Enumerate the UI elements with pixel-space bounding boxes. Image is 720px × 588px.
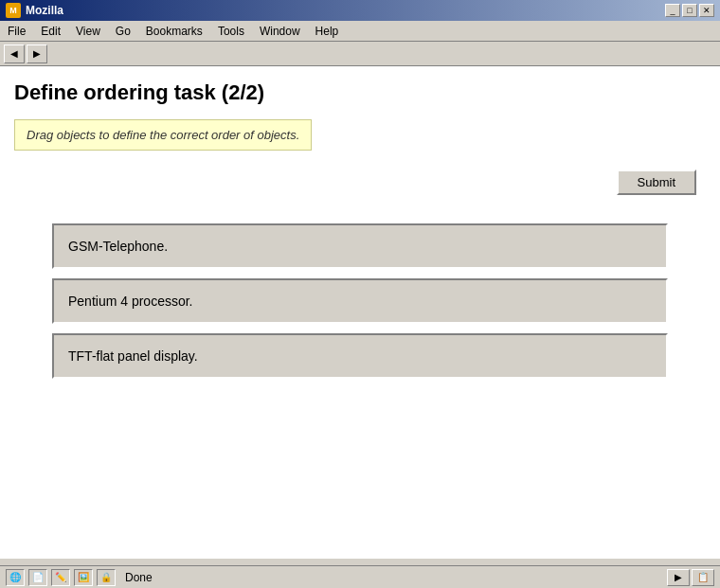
title-bar: M Mozilla _ □ ✕	[0, 0, 720, 21]
drag-item-1[interactable]: GSM-Telephone.	[52, 223, 668, 269]
menu-window[interactable]: Window	[252, 23, 308, 40]
title-bar-left: M Mozilla	[6, 3, 63, 18]
toolbar-forward-button[interactable]: ▶	[27, 45, 47, 63]
maximize-button[interactable]: □	[682, 4, 697, 17]
drag-item-2[interactable]: Pentium 4 processor.	[52, 278, 668, 324]
status-icon-5: 🔒	[97, 569, 116, 586]
menu-tools[interactable]: Tools	[210, 23, 252, 40]
drag-item-3[interactable]: TFT-flat panel display.	[52, 333, 668, 379]
window-controls: _ □ ✕	[665, 4, 714, 17]
submit-row: Submit	[14, 169, 706, 195]
drag-items-container: GSM-Telephone. Pentium 4 processor. TFT-…	[14, 214, 706, 388]
status-text: Done	[119, 571, 153, 584]
submit-button[interactable]: Submit	[617, 169, 696, 195]
status-left: 🌐 📄 ✏️ 🖼️ 🔒 Done	[6, 569, 153, 586]
status-right: ▶ 📋	[667, 569, 714, 586]
menu-bookmarks[interactable]: Bookmarks	[138, 23, 210, 40]
page-title: Define ordering task (2/2)	[14, 80, 706, 105]
menu-view[interactable]: View	[68, 23, 108, 40]
drag-item-1-label: GSM-Telephone.	[68, 239, 168, 254]
instruction-text: Drag objects to define the correct order…	[27, 128, 299, 142]
app-icon: M	[6, 3, 21, 18]
toolbar-back-button[interactable]: ◀	[4, 45, 25, 63]
drag-item-2-label: Pentium 4 processor.	[68, 294, 193, 309]
menu-edit[interactable]: Edit	[33, 23, 68, 40]
toolbar: ◀ ▶	[0, 42, 720, 66]
content-area: Define ordering task (2/2) Drag objects …	[0, 66, 720, 559]
menu-file[interactable]: File	[0, 23, 33, 40]
status-icon-2: 📄	[28, 569, 47, 586]
window-title: Mozilla	[26, 4, 63, 17]
menu-help[interactable]: Help	[308, 23, 347, 40]
status-right-btn-2[interactable]: 📋	[692, 569, 714, 586]
status-icon-1: 🌐	[6, 569, 25, 586]
status-icon-3: ✏️	[51, 569, 70, 586]
menu-go[interactable]: Go	[108, 23, 138, 40]
drag-item-3-label: TFT-flat panel display.	[68, 348, 198, 364]
menu-bar: File Edit View Go Bookmarks Tools Window…	[0, 21, 720, 42]
instruction-box: Drag objects to define the correct order…	[14, 119, 312, 151]
status-icon-4: 🖼️	[74, 569, 93, 586]
minimize-button[interactable]: _	[665, 4, 680, 17]
app-icon-letter: M	[9, 6, 17, 15]
close-button[interactable]: ✕	[699, 4, 714, 17]
status-bar: 🌐 📄 ✏️ 🖼️ 🔒 Done ▶ 📋	[0, 565, 720, 588]
status-right-btn-1[interactable]: ▶	[667, 569, 690, 586]
